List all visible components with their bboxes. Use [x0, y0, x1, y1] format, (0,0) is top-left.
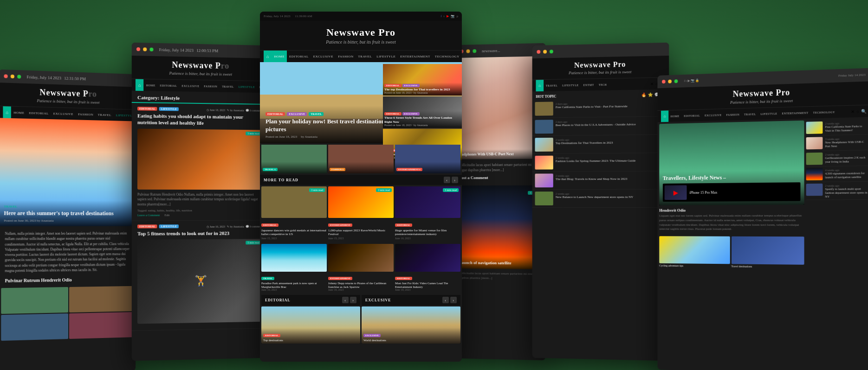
hot-topic-text-1: 2 days ago Free California State Parks t…: [556, 100, 666, 115]
more-badge-1: 3 min read: [309, 188, 325, 192]
ig-icon: 📷: [451, 14, 455, 18]
nav-fashion-center[interactable]: FASHION: [336, 51, 356, 62]
home-icon-2[interactable]: ⌂: [136, 79, 144, 91]
grid-img-1a: [1, 287, 68, 314]
nav-exclusive-center[interactable]: EXCLUSIVE: [311, 51, 336, 62]
nav-entertainment-6[interactable]: ENTERTAINMENT: [780, 107, 811, 119]
nav-lifestyle-6[interactable]: LIFESTYLE: [758, 108, 780, 120]
nav-home-center[interactable]: HOME: [272, 51, 287, 62]
nav-editorial-1[interactable]: EDITORIAL: [26, 107, 51, 120]
search-btn-6[interactable]: 🔍: [861, 109, 866, 114]
hot-topic-item-3[interactable]: 2 weeks ago Top Destinations for Thai Tr…: [532, 135, 669, 154]
grid-thumb-3[interactable]: Entertainment 6: [395, 145, 460, 173]
nav-lifestyle-5[interactable]: LIFESTYLE: [560, 79, 581, 91]
hot-topic-list: 2 days ago Free California State Parks t…: [532, 98, 669, 208]
home-icon-center[interactable]: ⌂: [264, 51, 272, 62]
sidebar-item-6-5[interactable]: 2 weeks ago Spotify to launch multi spor…: [806, 182, 868, 200]
exclusive-prev[interactable]: ‹: [442, 297, 449, 303]
article-title-2-1[interactable]: Eating habits you should adapt to mainta…: [137, 112, 263, 127]
sidebar-text-6-5: 2 weeks ago Spotify to launch multi spor…: [825, 183, 868, 198]
prev-arrow[interactable]: ‹: [444, 177, 450, 183]
nav-exclusive-1[interactable]: EXCLUSIVE: [51, 108, 76, 120]
more-article-3[interactable]: 3 min read EDITORIAL Huge appetite for M…: [395, 186, 460, 241]
home-icon-5[interactable]: ⌂: [536, 80, 544, 91]
nav-fashion-1[interactable]: FASHION: [76, 108, 96, 120]
nav-entertainment-5[interactable]: ENTMT: [581, 79, 596, 91]
grid-tag-1: Travel 6: [263, 168, 278, 171]
nav-editorial-center[interactable]: EDITORIAL: [287, 51, 311, 62]
editorial-prev[interactable]: ‹: [342, 297, 349, 303]
editorial-label: EDITORIAL: [265, 298, 291, 302]
nav-exclusive-6[interactable]: EXCLUSIVE: [702, 109, 724, 121]
nav-lifestyle-center[interactable]: LIFESTYLE: [374, 51, 398, 62]
grid-thumb-1[interactable]: Travel 6: [261, 145, 327, 173]
nav-tech-6[interactable]: TECHNOLOGY: [811, 106, 837, 119]
star-icon[interactable]: ⭐: [648, 92, 653, 97]
bottom-article-3[interactable]: EDITORIAL Must Just For Kids: Video Game…: [395, 244, 460, 293]
hot-topic-item-4[interactable]: 2 weeks ago Fashion Looks for Spring-Sum…: [532, 153, 669, 172]
hot-topic-item-6[interactable]: 2 weeks ago New Balance to Launch New de…: [532, 190, 669, 208]
nav-home-6[interactable]: HOME: [668, 110, 681, 122]
nav-fashion-2[interactable]: FASHION: [201, 80, 220, 92]
hot-topic-item-2[interactable]: 2 days ago Best Places to Visit in the U…: [532, 116, 669, 136]
x-icon-6[interactable]: ✕: [851, 109, 855, 114]
browser-window-2: Friday, July 14 2023 12:00:53 PM Newswav…: [132, 43, 269, 361]
sidebar-item-6-1[interactable]: 2 weeks ago Free California State Parks …: [806, 119, 868, 136]
sidebar-item-6-4[interactable]: 4 weeks ago 4,500 signatures countdown f…: [806, 166, 868, 182]
more-article-2[interactable]: 3 min read ENTERTAINMENT 1,000-plus supp…: [328, 186, 394, 241]
editorial-next[interactable]: ›: [350, 297, 356, 303]
hot-topic-item-5[interactable]: 2 weeks ago The that Blog: Travels to Kn…: [532, 171, 669, 190]
nav-tech-center[interactable]: TECHNOLOGY: [433, 51, 462, 62]
hot-topic-thumb-5: [535, 173, 553, 187]
editorial-img[interactable]: EDITORIAL Top destinations: [261, 306, 360, 344]
tag-editorial-2-2: EDITORIAL: [137, 224, 157, 228]
home-icon-1[interactable]: ⌂: [3, 106, 11, 118]
home-icon-6[interactable]: ⌂: [661, 110, 668, 122]
fire-icon[interactable]: 🔥: [641, 92, 646, 97]
nav-home-1[interactable]: HOME: [11, 107, 26, 119]
exclusive-img[interactable]: EXCLUSIVE World destinations: [362, 306, 460, 344]
site-title-2: Newswave Pro: [134, 59, 267, 72]
more-title-3: Huge appetite for Miami venue for film p…: [395, 229, 460, 236]
nav-lifestyle-2[interactable]: LIFESTYLE: [236, 81, 257, 93]
more-article-1[interactable]: 3 min read EDITORIAL Japanese dancers wi…: [261, 186, 327, 241]
article-author-2-1: ✎ by Anastasia: [227, 108, 244, 111]
bottom-article-1[interactable]: TRAVEL Paradise Park amusement park is n…: [261, 244, 327, 293]
search-icon-5[interactable]: ✕: [650, 82, 654, 86]
nav-entertainment-center[interactable]: ENTERTAINMENT: [398, 51, 433, 62]
nav-exclusive-2[interactable]: EXCLUSIVE: [179, 80, 201, 92]
nav-tech-5[interactable]: TECH: [596, 79, 609, 90]
article-title-2-2[interactable]: Top 5 fitness trends to look out for in …: [137, 230, 263, 237]
nav-travel-5[interactable]: TRAVEL: [544, 79, 560, 91]
editorial-bottom-tag: EDITORIAL: [263, 334, 280, 337]
sidebar-item-6-3[interactable]: 2 weeks ago GetShoutstore inspires 2 K e…: [806, 150, 868, 167]
nav-editorial-2[interactable]: EDITORIAL: [158, 79, 180, 91]
youtube-widget-6[interactable]: ▶ iPhone 15 Pro Max: [663, 182, 801, 202]
hot-topic-thumb-6: [535, 191, 553, 205]
bottom-article-2[interactable]: ENTERTAINMENT Johnny Depp returns to Pir…: [328, 244, 394, 293]
nav-editorial-6[interactable]: EDITORIAL: [681, 109, 702, 121]
more-content-2: ENTERTAINMENT 1,000-plus support 2023 Ra…: [328, 218, 394, 241]
next-arrow[interactable]: ›: [452, 177, 458, 183]
hot-topic-thumb-1: [535, 102, 553, 115]
edit-link[interactable]: Edit: [164, 213, 169, 217]
grid-thumb-2[interactable]: Fashion 6: [328, 145, 394, 173]
nav-travel-center[interactable]: TRAVEL: [356, 51, 374, 62]
hot-topic-item-1[interactable]: 2 days ago Free California State Parks t…: [532, 98, 669, 118]
nav-travel-2[interactable]: TRAVEL: [220, 81, 236, 92]
bottom-thumb-6-2[interactable]: Travel destinations: [731, 236, 804, 268]
grid-img-1d: [69, 312, 134, 339]
nav-travel-6[interactable]: TRAVEL: [742, 108, 758, 120]
nav-fashion-6[interactable]: FASHION: [724, 108, 742, 121]
time-display-2: 12:00:53 PM: [196, 48, 218, 53]
toggle-6[interactable]: ○: [856, 109, 859, 114]
nav-home-2[interactable]: HOME: [144, 79, 158, 91]
section-labels-row: EDITORIAL ‹ › EXCLUSIVE ‹ ›: [260, 293, 462, 305]
leave-comment-link[interactable]: Leave a Comment: [137, 213, 160, 217]
sidebar-item-6-2[interactable]: 3 weeks ago New Headphones With USB-C Po…: [806, 134, 868, 151]
exclusive-section-label: EXCLUSIVE ‹ ›: [362, 295, 460, 305]
exclusive-next[interactable]: ›: [450, 297, 457, 303]
nav-travel-1[interactable]: TRAVEL: [96, 109, 114, 121]
bottom-thumb-6-1[interactable]: Cycling adventure tips: [659, 236, 730, 268]
more-badge-2: 3 min read: [376, 188, 392, 192]
